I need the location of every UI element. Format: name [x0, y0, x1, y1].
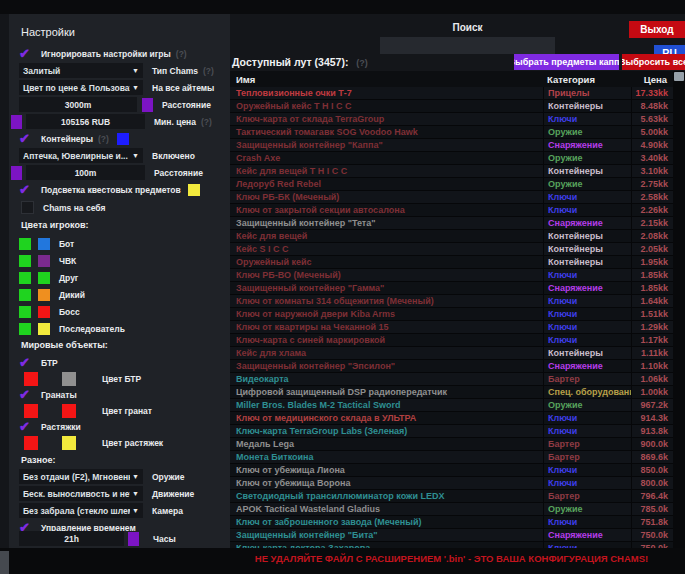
color-swatch[interactable] [38, 323, 50, 335]
table-row[interactable]: Ключ от комнаты 314 общежития (Меченый)К… [230, 295, 673, 308]
table-row[interactable]: Кейс для вещей T H I C CКонтейнеры3.10kk [230, 165, 673, 178]
table-row[interactable]: Тактический томагавк SOG Voodoo HawkОруж… [230, 126, 673, 139]
table-row[interactable]: Оружейный кейс T H I C CКонтейнеры8.48kk [230, 100, 673, 113]
table-row[interactable]: Crash AxeОружие3.40kk [230, 152, 673, 165]
world-object-toggle-row[interactable]: ✔БТР [19, 355, 58, 370]
color-swatch[interactable] [62, 404, 76, 418]
color-swatch[interactable] [24, 404, 38, 418]
table-row[interactable]: Кейс для хламаКонтейнеры1.11kk [230, 347, 673, 360]
ignore-game-settings-row[interactable]: ✔ Игнорировать настройки игры (?) [19, 46, 187, 61]
color-swatch[interactable] [117, 133, 129, 145]
table-row[interactable]: Ключ от убежища ВоронаКлючи800.0k [230, 477, 673, 490]
checkbox-checked-icon[interactable]: ✔ [19, 387, 39, 402]
checkbox-checked-icon[interactable]: ✔ [19, 182, 39, 197]
checkbox-unchecked[interactable] [21, 201, 34, 214]
table-row[interactable]: Цифровой защищенный DSP радиопередатчикС… [230, 386, 673, 399]
table-row[interactable]: Ключ РБ-БК (Меченый)Ключи2.58kk [230, 191, 673, 204]
hours-row: 21h Часы [19, 531, 176, 546]
misc-dropdown[interactable]: Без забрала (стекло шлема)▼ [19, 503, 143, 518]
color-swatch[interactable] [19, 238, 31, 250]
table-row[interactable]: Монета БиткоинаБартер869.6k [230, 451, 673, 464]
color-swatch[interactable] [62, 372, 76, 386]
drop-all-button[interactable]: Выбросить все [622, 54, 685, 70]
misc-dropdown-row: Беск. выносливость и нет уста▼Движение [19, 486, 194, 501]
color-swatch[interactable] [62, 436, 76, 450]
world-object-color-label: Цвет БТР [102, 374, 141, 384]
chevron-down-icon: ▼ [132, 67, 139, 74]
color-swatch[interactable] [19, 306, 31, 318]
search-input[interactable] [380, 37, 555, 54]
world-object-toggle-row[interactable]: ✔Гранаты [19, 387, 77, 402]
table-row[interactable]: Ключ-карта TerraGroup Labs (Зеленая)Ключ… [230, 425, 673, 438]
table-row[interactable]: Кейс S I C CКонтейнеры2.05kk [230, 243, 673, 256]
color-swatch[interactable] [19, 272, 31, 284]
table-row[interactable]: Ключ-карта с синей маркировкойКлючи1.17k… [230, 334, 673, 347]
item-name: Кейс для хлама [230, 347, 543, 359]
distance-input[interactable]: 3000m [19, 97, 137, 112]
checkbox-checked-icon[interactable]: ✔ [19, 131, 39, 146]
table-row[interactable]: Медаль LegaБартер900.0k [230, 438, 673, 451]
apply-mode-dropdown[interactable]: Цвет по цене & Пользователь ▼ [19, 80, 143, 95]
table-row[interactable]: Защищенный контейнер "Тета"Снаряжение2.1… [230, 217, 673, 230]
exit-button[interactable]: Выход [629, 21, 685, 38]
containers-row[interactable]: ✔ Контейнеры (?) [19, 131, 129, 146]
color-swatch[interactable] [19, 323, 31, 335]
color-swatch[interactable] [38, 238, 50, 250]
color-swatch[interactable] [128, 532, 139, 546]
misc-dropdown[interactable]: Беск. выносливость и нет уста▼ [19, 486, 143, 501]
color-swatch[interactable] [11, 166, 22, 180]
color-swatch[interactable] [38, 272, 50, 284]
color-swatch[interactable] [24, 372, 38, 386]
table-row[interactable]: Защищенный контейнер "Бита"Снаряжение750… [230, 529, 673, 542]
color-swatch[interactable] [24, 436, 38, 450]
search-label: Поиск [380, 22, 555, 33]
column-header-category[interactable]: Категория [543, 74, 631, 85]
table-row[interactable]: APOK Tactical Wasteland GladiusОружие785… [230, 503, 673, 516]
select-kappa-items-button[interactable]: Выбрать предметы каппа [514, 54, 619, 70]
table-row[interactable]: Ключ-карта от склада TerraGroupКлючи5.63… [230, 113, 673, 126]
table-row[interactable]: Тепловизионные очки Т-7Прицелы17.33kk [230, 87, 673, 100]
table-row[interactable]: Ключ от закрытой секции автосалонаКлючи2… [230, 204, 673, 217]
table-row[interactable]: Светодиодный трансиллюминатор кожи LEDXБ… [230, 490, 673, 503]
hours-input[interactable]: 21h [19, 531, 124, 546]
column-header-price[interactable]: Цена [631, 74, 673, 85]
table-row[interactable]: Ключ от квартиры на Чеканной 15Ключи1.29… [230, 321, 673, 334]
table-row[interactable]: Кейс для вещейКонтейнеры2.08kk [230, 230, 673, 243]
chams-self-row[interactable]: Chams на себя [19, 200, 105, 215]
min-price-input[interactable]: 105156 RUB [26, 114, 145, 129]
quest-items-row[interactable]: ✔ Подсветка квестовых предметов [19, 182, 200, 197]
scrollbar-thumb[interactable] [674, 72, 684, 81]
column-header-name[interactable]: Имя [230, 74, 543, 85]
misc-dropdown[interactable]: Без отдачи (F2), Мгновенное п▼ [19, 469, 143, 484]
world-object-toggle-row[interactable]: ✔Растяжки [19, 419, 81, 434]
checkbox-checked-icon[interactable]: ✔ [19, 419, 39, 434]
scrollbar-track[interactable] [673, 71, 685, 548]
color-swatch[interactable] [188, 184, 200, 196]
table-row[interactable]: Защищенный контейнер "Гамма"Снаряжение1.… [230, 282, 673, 295]
table-row[interactable]: Оружейный кейсКонтейнеры1.95kk [230, 256, 673, 269]
item-category: Снаряжение [543, 360, 631, 372]
table-row[interactable]: Ключ РБ-ВО (Меченый)Ключи1.85kk [230, 269, 673, 282]
table-row[interactable]: Защищенный контейнер "Эпсилон"Снаряжение… [230, 360, 673, 373]
checkbox-checked-icon[interactable]: ✔ [19, 46, 39, 61]
color-swatch[interactable] [142, 98, 153, 112]
table-row[interactable]: Miller Bros. Blades M-2 Tactical SwordОр… [230, 399, 673, 412]
table-row[interactable]: Защищенный контейнер "Каппа"Снаряжение4.… [230, 139, 673, 152]
table-row[interactable]: Ключ от убежища ЛионаКлючи850.0k [230, 464, 673, 477]
table-row[interactable]: Ключ от заброшенного завода (Меченый)Клю… [230, 516, 673, 529]
table-row[interactable]: Ледоруб Red RebelОружие2.75kk [230, 178, 673, 191]
table-row[interactable]: Ключ от медицинского склада в УЛЬТРАКлюч… [230, 412, 673, 425]
color-swatch[interactable] [38, 255, 50, 267]
loot-filter-dropdown[interactable]: Аптечка, Ювелирные и... ▼ [19, 148, 143, 163]
table-row[interactable]: ВидеокартаБартер1.06kk [230, 373, 673, 386]
containers-label: Контейнеры [41, 134, 93, 144]
color-swatch[interactable] [11, 115, 22, 129]
table-row[interactable]: Ключ от наружной двери Kiba ArmsКлючи1.5… [230, 308, 673, 321]
color-swatch[interactable] [19, 289, 31, 301]
color-swatch[interactable] [38, 289, 50, 301]
loot-distance-input[interactable]: 100m [26, 165, 145, 180]
color-swatch[interactable] [19, 255, 31, 267]
checkbox-checked-icon[interactable]: ✔ [19, 355, 39, 370]
color-swatch[interactable] [38, 306, 50, 318]
chams-type-dropdown[interactable]: Залитый ▼ [19, 63, 143, 78]
